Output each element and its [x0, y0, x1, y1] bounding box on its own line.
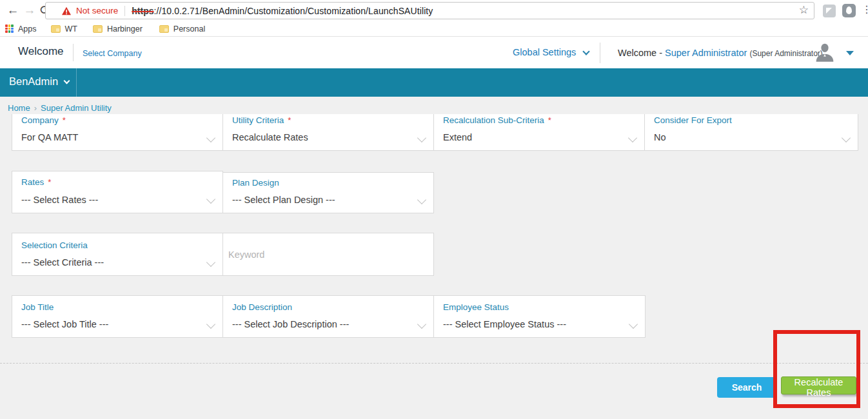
chevron-down-icon[interactable] [206, 320, 215, 329]
bookmark-folder-label: Harbinger [107, 24, 143, 34]
chevron-down-icon [64, 78, 70, 84]
header-divider [73, 44, 74, 61]
main-nav: BenAdmin [0, 68, 868, 97]
keyword-input[interactable] [223, 233, 433, 275]
field-label: Job Title [21, 302, 54, 312]
breadcrumb: Home›Super Admin Utility [8, 103, 112, 113]
chevron-down-icon[interactable] [842, 133, 851, 142]
browser-toolbar: ← → ⟳ Not secure https ://10.0.2.71/BenA… [0, 0, 868, 21]
profile-chevron-icon[interactable] [846, 51, 854, 55]
app-header: Welcome Select Company Global Settings W… [0, 37, 868, 68]
back-icon[interactable]: ← [5, 2, 21, 19]
field-label: Employee Status [443, 302, 509, 312]
job-title-dropdown[interactable]: Job Title --- Select Job Title --- [12, 295, 223, 338]
user-avatar-icon[interactable] [814, 43, 835, 62]
breadcrumb-home-link[interactable]: Home [8, 103, 30, 113]
header-divider [600, 43, 600, 63]
forward-icon[interactable]: → [22, 2, 37, 19]
chevron-down-icon[interactable] [417, 133, 426, 142]
job-description-dropdown[interactable]: Job Description --- Select Job Descripti… [222, 295, 434, 338]
bookmarks-bar: Apps WT Harbinger Personal [0, 21, 868, 37]
nav-divider [76, 68, 77, 97]
field-value: For QA MATT [21, 132, 78, 142]
field-value: --- Select Criteria --- [21, 257, 104, 268]
recalculate-rates-button[interactable]: Recalculate Rates [781, 376, 856, 395]
company-dropdown[interactable]: Company* For QA MATT [12, 114, 223, 151]
field-value: Recalculate Rates [232, 132, 308, 142]
utility-criteria-dropdown[interactable]: Utility Criteria* Recalculate Rates [222, 114, 434, 151]
url-scheme-struck: https [132, 6, 153, 16]
address-bar[interactable]: Not secure https ://10.0.2.71/BenAdmin/C… [45, 2, 814, 19]
consider-for-export-dropdown[interactable]: Consider For Export No [644, 114, 858, 151]
screen: ← → ⟳ Not secure https ://10.0.2.71/BenA… [0, 0, 868, 419]
plan-design-dropdown[interactable]: Plan Design --- Select Plan Design --- [222, 172, 434, 213]
field-value: --- Select Job Title --- [21, 319, 108, 329]
bookmark-folder-label: WT [65, 24, 77, 34]
recalculation-sub-criteria-dropdown[interactable]: Recalculation Sub-Criteria* Extend [433, 114, 645, 151]
bookmark-folder-label: Personal [173, 24, 205, 34]
extension-icon[interactable] [842, 4, 856, 17]
bookmark-folder-wt[interactable]: WT [51, 24, 77, 34]
field-value: Extend [443, 132, 472, 142]
url-divider [124, 6, 125, 16]
field-label: Consider For Export [654, 115, 732, 125]
apps-label: Apps [18, 24, 37, 34]
welcome-user-text: Welcome - Super Administrator (Super Adm… [618, 48, 823, 58]
browser-menu-icon[interactable]: ⋮ [862, 3, 868, 15]
chevron-down-icon [583, 48, 590, 55]
field-label: Plan Design [232, 178, 279, 188]
field-label: Recalculation Sub-Criteria* [443, 115, 551, 125]
selection-criteria-dropdown[interactable]: Selection Criteria --- Select Criteria -… [12, 233, 223, 276]
field-value: --- Select Plan Design --- [232, 195, 335, 205]
field-value: --- Select Rates --- [21, 195, 98, 205]
not-secure-label: Not secure [76, 6, 118, 15]
security-warning-icon [61, 6, 72, 15]
user-role-label: (Super Administrator) [749, 49, 822, 58]
field-label: Selection Criteria [21, 240, 88, 250]
bookmark-star-icon[interactable]: ☆ [799, 3, 809, 17]
chevron-down-icon[interactable] [206, 133, 215, 142]
rates-dropdown[interactable]: Rates* --- Select Rates --- [12, 171, 223, 213]
folder-icon [93, 25, 103, 33]
field-value: No [654, 132, 666, 142]
breadcrumb-separator: › [34, 103, 37, 113]
keyword-field [222, 233, 434, 276]
chevron-down-icon[interactable] [206, 195, 215, 204]
breadcrumb-current: Super Admin Utility [41, 103, 112, 113]
required-marker: * [288, 115, 291, 125]
content-area: Home›Super Admin Utility Company* For QA… [0, 97, 868, 419]
global-settings-menu[interactable]: Global Settings [513, 47, 589, 57]
url-text: ://10.0.2.71/BenAdmin/Customization/Cust… [154, 6, 433, 16]
field-label: Job Description [232, 302, 292, 312]
apps-shortcut[interactable]: Apps [5, 24, 37, 34]
field-value: --- Select Job Description --- [232, 319, 349, 329]
field-label: Company* [21, 115, 66, 125]
field-label: Utility Criteria* [232, 115, 291, 125]
section-divider [0, 363, 868, 364]
select-company-link[interactable]: Select Company [83, 49, 142, 58]
required-marker: * [548, 115, 551, 125]
chevron-down-icon[interactable] [417, 320, 426, 329]
required-marker: * [63, 115, 66, 125]
required-marker: * [48, 177, 51, 187]
chevron-down-icon[interactable] [628, 133, 637, 142]
benadmin-menu[interactable]: BenAdmin [9, 75, 69, 88]
chevron-down-icon[interactable] [417, 195, 426, 204]
bookmark-folder-personal[interactable]: Personal [159, 24, 205, 34]
page-title: Welcome [18, 45, 64, 58]
folder-icon [159, 25, 169, 33]
field-label: Rates* [21, 177, 51, 187]
field-value: --- Select Employee Status --- [443, 319, 566, 329]
search-button[interactable]: Search [717, 377, 776, 398]
folder-icon [51, 25, 61, 33]
bookmark-folder-harbinger[interactable]: Harbinger [93, 24, 143, 34]
chevron-down-icon[interactable] [206, 258, 215, 267]
apps-grid-icon [5, 24, 14, 33]
chevron-down-icon[interactable] [629, 320, 638, 329]
user-name-link[interactable]: Super Administrator [665, 48, 747, 58]
employee-status-dropdown[interactable]: Employee Status --- Select Employee Stat… [433, 295, 646, 338]
extension-icon[interactable] [823, 5, 836, 17]
